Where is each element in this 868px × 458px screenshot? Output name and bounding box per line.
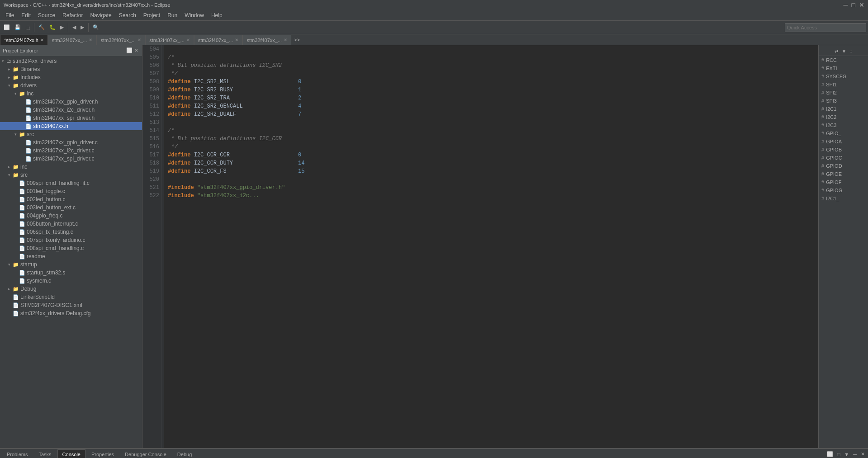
outline-item[interactable]: #I2C1_ — [819, 194, 868, 203]
outline-collapse[interactable]: ▼ — [840, 48, 848, 54]
tree-item[interactable]: 📄004gpio_freq.c — [0, 212, 142, 220]
outline-item[interactable]: #GPIOF — [819, 178, 868, 186]
toolbar-forward[interactable]: ▶ — [79, 24, 86, 31]
tree-item[interactable]: ▸📁Includes — [0, 73, 142, 81]
tree-item[interactable]: ▸📁Binaries — [0, 65, 142, 73]
pe-close[interactable]: ✕ — [133, 47, 139, 53]
tree-item[interactable]: 📄STM32F407G-DISC1.xml — [0, 301, 142, 309]
tab-0[interactable]: *stm32f407xx.h ✕ — [0, 35, 48, 45]
tree-item[interactable]: ▾📁startup — [0, 260, 142, 269]
tab-close-5[interactable]: ✕ — [284, 38, 287, 42]
tree-item[interactable]: 📄startup_stm32.s — [0, 269, 142, 277]
menu-search[interactable]: Search — [115, 11, 140, 19]
outline-sort[interactable]: ↕ — [849, 48, 854, 54]
bottom-tab-properties[interactable]: Properties — [86, 449, 119, 458]
tab-5[interactable]: stm32f407xx_... ✕ — [242, 35, 291, 45]
menu-file[interactable]: File — [2, 11, 18, 19]
tree-item[interactable]: 📄009spi_cmd_handling_it.c — [0, 179, 142, 187]
tab-close-2[interactable]: ✕ — [138, 38, 141, 42]
outline-sync[interactable]: ⇄ — [833, 48, 840, 54]
tree-item[interactable]: 📄stm32f407xx_gpio_driver.c — [0, 138, 142, 146]
tab-close-1[interactable]: ✕ — [89, 38, 92, 42]
bottom-toolbar-btn-4[interactable]: ─ — [852, 451, 858, 458]
bottom-tab-tasks[interactable]: Tasks — [33, 449, 56, 458]
tree-item[interactable]: 📄stm32f407xx_i2c_driver.h — [0, 106, 142, 114]
tree-item[interactable]: 📄002led_button.c — [0, 195, 142, 203]
tree-item[interactable]: 📄001led_toggle.c — [0, 187, 142, 195]
tree-item[interactable]: 📄stm32f407xx_i2c_driver.c — [0, 146, 142, 155]
tree-item[interactable]: ▾🗂stm32f4xx_drivers — [0, 57, 142, 65]
tab-1[interactable]: stm32f407xx_... ✕ — [48, 35, 97, 45]
toolbar-new[interactable]: ⬜ — [2, 24, 12, 31]
outline-item[interactable]: #GPIO_ — [819, 129, 868, 137]
outline-item[interactable]: #RCC — [819, 56, 868, 64]
menu-window[interactable]: Window — [181, 11, 208, 19]
tab-close-0[interactable]: ✕ — [40, 38, 44, 42]
pe-minimize[interactable]: ⬜ — [125, 47, 133, 53]
tab-overflow[interactable]: >> — [291, 35, 303, 45]
toolbar-save-all[interactable]: ⬚ — [24, 24, 32, 31]
outline-item[interactable]: #SYSCFG — [819, 72, 868, 80]
toolbar-back[interactable]: ◀ — [71, 24, 78, 31]
toolbar-save[interactable]: 💾 — [13, 24, 23, 31]
tree-item[interactable]: ▾📁src — [0, 171, 142, 179]
close-button[interactable]: ✕ — [859, 1, 864, 9]
tree-item[interactable]: 📄003led_button_ext.c — [0, 203, 142, 212]
pe-tree[interactable]: ▾🗂stm32f4xx_drivers▸📁Binaries▸📁Includes▾… — [0, 56, 142, 448]
tab-2[interactable]: stm32f407xx_... ✕ — [96, 35, 145, 45]
tree-item[interactable]: ▾📁drivers — [0, 81, 142, 90]
toolbar-debug[interactable]: 🐛 — [47, 24, 57, 31]
menu-refactor[interactable]: Refactor — [59, 11, 86, 19]
tree-item[interactable]: 📄stm32f407xx_spi_driver.h — [0, 114, 142, 122]
toolbar-run[interactable]: ▶ — [58, 24, 66, 31]
outline-item[interactable]: #GPIOG — [819, 186, 868, 194]
tree-item[interactable]: 📄LinkerScript.ld — [0, 293, 142, 301]
outline-item[interactable]: #I2C3 — [819, 121, 868, 129]
maximize-button[interactable]: □ — [852, 1, 855, 9]
bottom-tab-debugger-console[interactable]: Debugger Console — [120, 449, 171, 458]
menu-project[interactable]: Project — [140, 11, 164, 19]
tree-item[interactable]: 📄readme — [0, 252, 142, 260]
menu-help[interactable]: Help — [208, 11, 226, 19]
tree-item[interactable]: 📄sysmem.c — [0, 277, 142, 285]
tree-item[interactable]: ▸📁inc — [0, 163, 142, 171]
outline-item[interactable]: #I2C2 — [819, 113, 868, 121]
outline-item[interactable]: #GPIOA — [819, 137, 868, 146]
tree-item[interactable]: 📄008spi_cmd_handling.c — [0, 244, 142, 252]
outline-item[interactable]: #SPI2 — [819, 89, 868, 97]
bottom-toolbar-btn-5[interactable]: ✕ — [859, 451, 866, 458]
menu-edit[interactable]: Edit — [18, 11, 34, 19]
bottom-toolbar-btn-2[interactable]: □ — [836, 451, 842, 458]
bottom-tab-console[interactable]: Console — [57, 449, 85, 458]
outline-item[interactable]: #GPIOE — [819, 170, 868, 178]
tab-close-4[interactable]: ✕ — [235, 38, 238, 42]
tree-item[interactable]: ▸📁Debug — [0, 285, 142, 293]
tab-4[interactable]: stm32f407xx_... ✕ — [194, 35, 243, 45]
tree-item[interactable]: 📄stm32f407xx_spi_driver.c — [0, 155, 142, 163]
tree-item[interactable]: 📄stm32f407xx.h — [0, 122, 142, 130]
toolbar-search[interactable]: 🔍 — [91, 24, 101, 31]
menu-navigate[interactable]: Navigate — [86, 11, 115, 19]
bottom-toolbar-btn-1[interactable]: ⬜ — [825, 451, 835, 458]
quick-access-input[interactable] — [785, 23, 866, 32]
tree-item[interactable]: 📄006spi_tx_testing.c — [0, 228, 142, 236]
toolbar-build[interactable]: 🔨 — [37, 24, 47, 31]
minimize-button[interactable]: ─ — [844, 1, 848, 9]
outline-item[interactable]: #GPIOC — [819, 154, 868, 162]
outline-item[interactable]: #EXTI — [819, 64, 868, 72]
tree-item[interactable]: 📄007spi_txonly_arduino.c — [0, 236, 142, 244]
outline-item[interactable]: #SPI3 — [819, 97, 868, 105]
tab-close-3[interactable]: ✕ — [186, 38, 190, 42]
tab-3[interactable]: stm32f407xx_... ✕ — [145, 35, 194, 45]
outline-item[interactable]: #I2C1 — [819, 105, 868, 113]
tree-item[interactable]: ▾📁src — [0, 130, 142, 138]
tree-item[interactable]: 📄stm32f407xx_gpio_driver.h — [0, 98, 142, 106]
tree-item[interactable]: 📄stm32f4xx_drivers Debug.cfg — [0, 309, 142, 317]
outline-item[interactable]: #SPI1 — [819, 80, 868, 89]
tree-item[interactable]: 📄005button_interrupt.c — [0, 220, 142, 228]
bottom-toolbar-btn-3[interactable]: ▼ — [843, 451, 850, 458]
bottom-tab-debug[interactable]: Debug — [172, 449, 197, 458]
menu-source[interactable]: Source — [34, 11, 59, 19]
menu-run[interactable]: Run — [164, 11, 181, 19]
tree-item[interactable]: ▾📁inc — [0, 90, 142, 98]
